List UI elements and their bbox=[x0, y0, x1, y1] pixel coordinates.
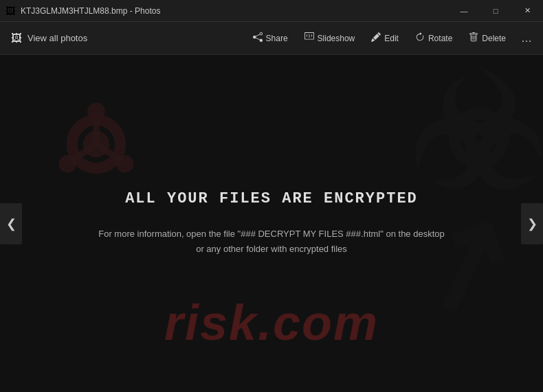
share-label: Share bbox=[266, 34, 288, 43]
rotate-icon bbox=[415, 32, 425, 44]
share-button[interactable]: Share bbox=[246, 28, 295, 48]
delete-label: Delete bbox=[482, 34, 506, 43]
photos-icon: 🖼 bbox=[11, 32, 22, 45]
ransomware-title: ALL YOUR FILES ARE ENCRYPTED bbox=[98, 190, 444, 207]
maximize-button[interactable]: □ bbox=[480, 0, 511, 22]
edit-label: Edit bbox=[384, 34, 399, 43]
close-button[interactable]: ✕ bbox=[511, 0, 543, 22]
title-bar-left: 🖼 KTJ3GLMJM3HTJLM88.bmp - Photos bbox=[5, 5, 160, 16]
app-icon: 🖼 bbox=[5, 5, 15, 16]
share-icon bbox=[253, 32, 263, 44]
edit-icon bbox=[371, 32, 381, 44]
more-button[interactable]: … bbox=[516, 28, 538, 49]
svg-point-4 bbox=[87, 102, 105, 120]
slideshow-button[interactable]: Slideshow bbox=[298, 28, 362, 48]
title-bar: 🖼 KTJ3GLMJM3HTJLM88.bmp - Photos — □ ✕ bbox=[0, 0, 543, 22]
image-viewer: ❮ ☣ ↗ ALL YOUR FILES ARE ENCRYPTED For m… bbox=[0, 55, 543, 392]
window-controls: — □ ✕ bbox=[448, 0, 543, 22]
prev-arrow[interactable]: ❮ bbox=[0, 203, 22, 244]
delete-icon bbox=[469, 32, 478, 44]
view-all-label: View all photos bbox=[27, 33, 87, 43]
toolbar-right: Share Slideshow Edit bbox=[246, 28, 538, 49]
toolbar: 🖼 View all photos Share Slideshow bbox=[0, 22, 543, 55]
slideshow-icon bbox=[304, 32, 314, 44]
slideshow-label: Slideshow bbox=[318, 34, 355, 43]
delete-button[interactable]: Delete bbox=[462, 28, 513, 48]
edit-button[interactable]: Edit bbox=[364, 28, 406, 48]
ransomware-body-line2: or any other folder with encrypted files bbox=[98, 242, 444, 257]
ransomware-body: For more information, open the file "###… bbox=[98, 227, 444, 257]
minimize-button[interactable]: — bbox=[448, 0, 480, 22]
ransomware-message: ALL YOUR FILES ARE ENCRYPTED For more in… bbox=[85, 176, 458, 270]
rotate-button[interactable]: Rotate bbox=[408, 28, 459, 48]
window-title: KTJ3GLMJM3HTJLM88.bmp - Photos bbox=[21, 6, 160, 16]
risk-watermark: risk.com bbox=[164, 295, 379, 351]
rotate-label: Rotate bbox=[428, 34, 452, 43]
next-arrow[interactable]: ❯ bbox=[521, 203, 543, 244]
view-all-button[interactable]: 🖼 View all photos bbox=[5, 28, 93, 49]
toolbar-left: 🖼 View all photos bbox=[5, 28, 93, 49]
ransomware-body-line1: For more information, open the file "###… bbox=[98, 227, 444, 242]
